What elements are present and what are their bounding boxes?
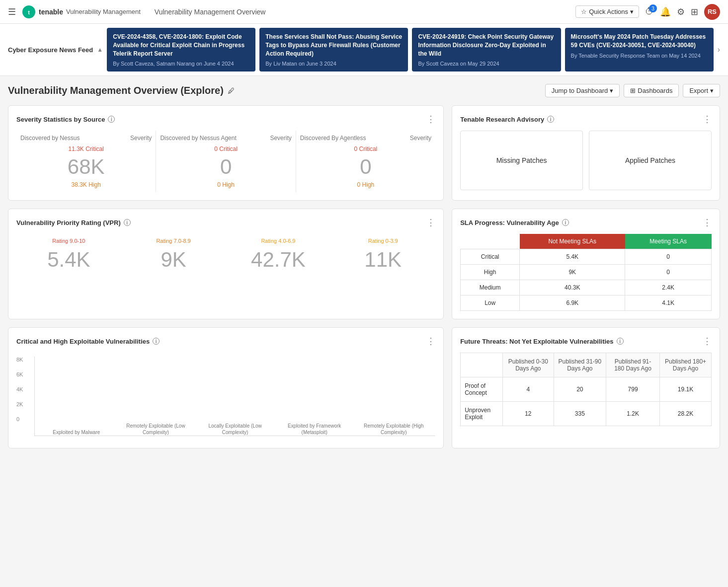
y-label-4: 0 [16, 416, 23, 422]
jump-dashboard-label: Jump to Dashboard [552, 87, 608, 94]
sla-meeting-3: 4.1K [625, 295, 712, 311]
vpr-header: Vulnerability Priority Rating (VPR) i ⋮ [16, 217, 435, 228]
exploitable-title: Critical and High Exploitable Vulnerabil… [16, 338, 160, 345]
edit-icon[interactable]: 🖊 [228, 87, 235, 95]
severity-col-label-1: Discovered by Nessus Agent [160, 135, 236, 142]
vpr-num-3: 11K [334, 248, 431, 272]
news-card-author-2: By Scott Caveza on May 29 2024 [418, 61, 555, 67]
news-card-2[interactable]: CVE-2024-24919: Check Point Security Gat… [412, 28, 561, 72]
vpr-menu-icon[interactable]: ⋮ [426, 217, 435, 228]
jump-dashboard-button[interactable]: Jump to Dashboard ▾ [545, 84, 620, 97]
severity-info-icon[interactable]: i [108, 116, 115, 123]
vpr-col-0: Rating 9.0-10 5.4K [16, 234, 121, 276]
news-feed-next-icon[interactable]: › [718, 45, 720, 54]
vpr-col-1: Rating 7.0-8.9 9K [121, 234, 226, 276]
logo: t tenable Vulnerability Management [22, 5, 141, 19]
exploitable-menu-icon[interactable]: ⋮ [426, 336, 435, 347]
sla-table: Not Meeting SLAs Meeting SLAs Critical 5… [460, 234, 712, 311]
page-title-text: Vulnerability Management Overview (Explo… [8, 85, 224, 96]
quick-actions-button[interactable]: ☆ Quick Actions ▾ [575, 5, 639, 18]
sla-row-2: Medium 40.3K 2.4K [461, 280, 712, 295]
future-threats-menu-icon[interactable]: ⋮ [703, 336, 712, 347]
sla-meeting-0: 0 [625, 249, 712, 265]
news-card-author-3: By Tenable Security Response Team on May… [571, 53, 708, 59]
severity-col-severity-2: Severity [410, 135, 431, 142]
y-label-2: 4K [16, 386, 23, 392]
bar-label-0: Exploited by Malware [53, 429, 100, 436]
bar-label-4: Remotely Exploitable (High Complexity) [360, 423, 428, 436]
severity-stats-header: Severity Statistics by Source i ⋮ [16, 114, 435, 125]
sla-info-icon[interactable]: i [562, 219, 569, 226]
severity-grid: Discovered by Nessus Severity 11.3K Crit… [16, 131, 435, 192]
news-card-title-0: CVE-2024-4358, CVE-2024-1800: Exploit Co… [113, 33, 249, 58]
vpr-label-3: Rating 0-3.9 [334, 238, 431, 244]
critical-val-2: 0 Critical [300, 146, 431, 152]
ft-cell-1-0: 12 [502, 402, 554, 426]
grid-button[interactable]: ⊞ [691, 6, 698, 17]
ft-cell-1-2: 1.2K [606, 402, 660, 426]
research-menu-icon[interactable]: ⋮ [703, 114, 712, 125]
timer-badge: 3 [649, 4, 657, 12]
dashboards-button[interactable]: ⊞ Dashboards [624, 84, 679, 97]
news-card-author-0: By Scott Caveza, Satnam Narang on June 4… [113, 61, 249, 67]
critical-val-0: 11.3K Critical [20, 146, 152, 152]
research-advisory-header: Tenable Research Advisory i ⋮ [460, 114, 712, 125]
advisory-missing-patches[interactable]: Missing Patches [460, 131, 583, 190]
news-feed-collapse-icon[interactable]: ▲ [97, 46, 103, 53]
row-2: Vulnerability Priority Rating (VPR) i ⋮ … [8, 209, 720, 319]
vpr-label-1: Rating 7.0-8.9 [125, 238, 222, 244]
high-val-0: 38.3K High [20, 181, 152, 188]
logo-text: tenable [39, 8, 63, 16]
ft-th-3: Published 180+ Days Ago [660, 353, 712, 377]
vpr-info-icon[interactable]: i [124, 219, 131, 226]
severity-col-2: Discovered By Agentless Severity 0 Criti… [296, 131, 435, 192]
settings-button[interactable]: ⚙ [677, 6, 685, 17]
bell-button[interactable]: 🔔 [660, 6, 671, 17]
news-cards: CVE-2024-4358, CVE-2024-1800: Exploit Co… [107, 28, 714, 72]
advisory-applied-patches[interactable]: Applied Patches [589, 131, 712, 190]
ft-row-label-1: Unproven Exploit [461, 402, 503, 426]
sla-meeting-1: 0 [625, 265, 712, 280]
future-threats-info-icon[interactable]: i [617, 338, 624, 345]
future-threats-title: Future Threats: Not Yet Exploitable Vuln… [460, 338, 623, 345]
news-card-0[interactable]: CVE-2024-4358, CVE-2024-1800: Exploit Co… [107, 28, 255, 72]
bar-label-1: Remotely Exploitable (Low Complexity) [122, 423, 190, 436]
vpr-num-1: 9K [125, 248, 222, 272]
ft-cell-0-1: 20 [554, 377, 606, 402]
research-info-icon[interactable]: i [547, 116, 554, 123]
sla-not-meeting-0: 5.4K [520, 249, 625, 265]
bar-group-2: Locally Exploitable (Low Complexity) [201, 421, 269, 436]
header-right: ☆ Quick Actions ▾ ⏱ 3 🔔 ⚙ ⊞ RS [575, 4, 720, 20]
vpr-grid: Rating 9.0-10 5.4K Rating 7.0-8.9 9K Rat… [16, 234, 435, 276]
severity-col-severity-1: Severity [270, 135, 291, 142]
row-1: Severity Statistics by Source i ⋮ Discov… [8, 105, 720, 201]
research-advisory-widget: Tenable Research Advisory i ⋮ Missing Pa… [452, 105, 720, 201]
export-button[interactable]: Export ▾ [683, 84, 720, 97]
hamburger-icon[interactable]: ☰ [8, 6, 16, 17]
vpr-label-2: Rating 4.0-6.9 [230, 238, 327, 244]
chevron-down-icon-3: ▾ [710, 87, 714, 94]
timer-button[interactable]: ⏱ 3 [645, 6, 654, 17]
avatar[interactable]: RS [704, 4, 720, 20]
severity-menu-icon[interactable]: ⋮ [426, 114, 435, 125]
chevron-down-icon: ▾ [630, 8, 634, 15]
sla-row-1: High 9K 0 [461, 265, 712, 280]
ft-cell-0-0: 4 [502, 377, 554, 402]
sla-menu-icon[interactable]: ⋮ [703, 217, 712, 228]
research-advisory-title: Tenable Research Advisory i [460, 116, 554, 123]
y-label-3: 2K [16, 401, 23, 407]
news-card-1[interactable]: These Services Shall Not Pass: Abusing S… [259, 28, 408, 72]
critical-val-1: 0 Critical [160, 146, 291, 152]
severity-col-label-2: Discovered By Agentless [300, 135, 366, 142]
exploitable-info-icon[interactable]: i [153, 338, 160, 345]
bar-group-0: Exploited by Malware [43, 427, 110, 436]
sla-widget: SLA Progress: Vulnerability Age i ⋮ Not … [452, 209, 720, 319]
news-card-3[interactable]: Microsoft's May 2024 Patch Tuesday Addre… [565, 28, 714, 72]
vpr-num-2: 42.7K [230, 248, 327, 272]
sla-not-meeting-3: 6.9K [520, 295, 625, 311]
sla-not-meeting-2: 40.3K [520, 280, 625, 295]
sla-row-label-2: Medium [461, 280, 520, 295]
news-card-title-1: These Services Shall Not Pass: Abusing S… [265, 33, 402, 58]
advisory-grid: Missing Patches Applied Patches [460, 131, 712, 190]
big-num-0: 68K [20, 156, 152, 177]
